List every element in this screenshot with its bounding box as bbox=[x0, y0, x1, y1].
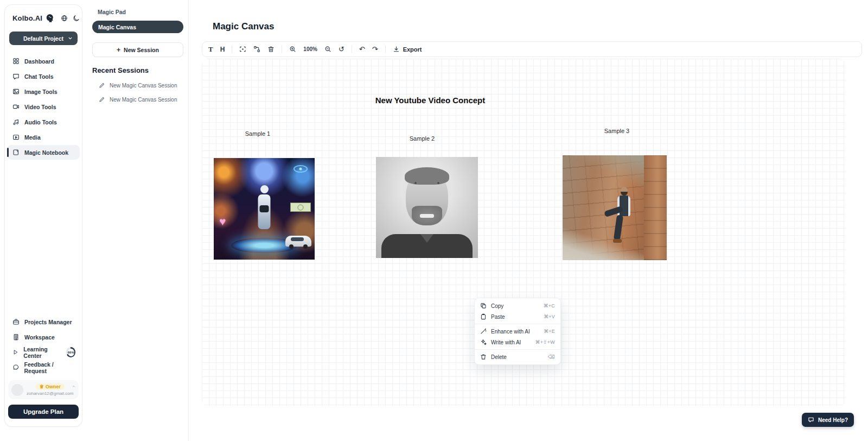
sample-3-label[interactable]: Sample 3 bbox=[604, 128, 629, 134]
toolbar-divider bbox=[232, 45, 232, 53]
new-session-button[interactable]: + New Session bbox=[92, 42, 183, 57]
sample-1-image-ai-robot-collage[interactable]: ♥ bbox=[214, 158, 315, 260]
language-globe-icon[interactable] bbox=[60, 14, 69, 23]
context-menu-item-copy[interactable]: Copy ⌘+C bbox=[475, 300, 560, 311]
sidebar-item-feedback-request[interactable]: Feedback / Request bbox=[7, 360, 80, 375]
music-note-icon bbox=[12, 118, 20, 125]
figure-shoe bbox=[613, 239, 622, 243]
robot-motif bbox=[258, 194, 271, 229]
sidebar-item-magic-notebook[interactable]: Magic Notebook bbox=[7, 145, 80, 160]
zoom-in-button[interactable] bbox=[289, 46, 296, 53]
text-tool-button[interactable]: T bbox=[208, 45, 213, 54]
portrait-shoulders bbox=[381, 234, 473, 258]
sidebar-item-media[interactable]: Media bbox=[7, 130, 80, 144]
context-menu-item-delete[interactable]: Delete ⌫ bbox=[475, 351, 560, 362]
sample-1-label[interactable]: Sample 1 bbox=[245, 130, 270, 137]
context-menu-label: Enhance with AI bbox=[491, 329, 530, 335]
dark-mode-moon-icon[interactable] bbox=[72, 14, 81, 23]
sidebar-item-video-tools[interactable]: Video Tools bbox=[7, 99, 80, 114]
canvas-toolbar: T H 100% ↺ ↶ ↷ bbox=[202, 41, 862, 57]
brand-logo: Kolbo.AI bbox=[12, 14, 42, 22]
user-meta: ♕ Owner zoharvan12@gmail.com bbox=[27, 383, 73, 396]
project-selector[interactable]: Default Project bbox=[9, 32, 78, 45]
heading-tool-button[interactable]: H bbox=[220, 46, 225, 53]
redo-icon: ↷ bbox=[372, 46, 378, 53]
context-menu-item-paste[interactable]: Paste ⌘+V bbox=[475, 311, 560, 322]
sidebar-item-label: Media bbox=[24, 134, 41, 141]
redo-button[interactable]: ↷ bbox=[372, 46, 378, 53]
context-menu-label: Write with AI bbox=[491, 339, 521, 345]
pencil-icon bbox=[99, 82, 105, 89]
magic-wand-icon bbox=[480, 328, 487, 335]
magic-canvas-item-label: Magic Canvas bbox=[98, 24, 136, 30]
context-menu-item-write-with-ai[interactable]: Write with AI ⌘+⇧+W bbox=[475, 337, 560, 348]
sample-3-image-man-on-ruins[interactable] bbox=[563, 155, 667, 260]
connector-tool-button[interactable] bbox=[253, 46, 260, 53]
context-menu-label: Paste bbox=[491, 314, 505, 320]
figure-torso bbox=[617, 196, 630, 216]
export-label: Export bbox=[403, 46, 422, 53]
zoom-in-icon bbox=[289, 46, 296, 53]
sample-2-label[interactable]: Sample 2 bbox=[410, 135, 435, 142]
context-menu-label: Copy bbox=[491, 303, 503, 309]
sidebar-item-label: Image Tools bbox=[24, 89, 57, 95]
sidebar-item-learning-center[interactable]: Learning Center 66% bbox=[7, 345, 80, 360]
copy-icon bbox=[480, 303, 487, 309]
reset-view-button[interactable]: ↺ bbox=[339, 46, 344, 53]
money-motif bbox=[290, 203, 311, 212]
sample-2-image-bw-portrait[interactable] bbox=[376, 157, 478, 258]
magic-canvas-item-active[interactable]: Magic Canvas bbox=[92, 21, 183, 33]
context-menu-divider bbox=[475, 349, 560, 350]
user-email: zoharvan12@gmail.com bbox=[27, 391, 73, 396]
sidebar-item-projects-manager[interactable]: Projects Manager bbox=[7, 314, 80, 329]
seated-man-figure bbox=[608, 187, 640, 247]
dashboard-icon bbox=[12, 58, 20, 65]
sidebar-item-image-tools[interactable]: Image Tools bbox=[7, 84, 80, 99]
zoom-out-icon bbox=[324, 46, 331, 53]
session-list-item[interactable]: New Magic Canvas Session bbox=[92, 96, 183, 103]
sidebar-item-audio-tools[interactable]: Audio Tools bbox=[7, 115, 80, 129]
stone-pillar bbox=[644, 155, 667, 260]
learning-progress-ring: 66% bbox=[66, 347, 75, 357]
play-icon bbox=[12, 349, 18, 356]
sidebar-item-label: Projects Manager bbox=[24, 319, 72, 325]
sidebar-item-label: Feedback / Request bbox=[24, 361, 75, 374]
upgrade-plan-button[interactable]: Upgrade Plan bbox=[8, 405, 79, 419]
media-frame-icon bbox=[12, 134, 20, 141]
select-area-icon bbox=[239, 46, 246, 53]
eye-motif bbox=[293, 165, 308, 173]
session-item-label: New Magic Canvas Session bbox=[110, 83, 177, 89]
sidebar-item-dashboard[interactable]: Dashboard bbox=[7, 54, 80, 68]
export-button[interactable]: Export bbox=[393, 46, 422, 53]
shortcut-hint: ⌘+E bbox=[544, 329, 555, 334]
magic-pad-item[interactable]: Magic Pad bbox=[92, 8, 183, 21]
brand-header: Kolbo.AI bbox=[5, 14, 82, 23]
context-menu-item-enhance-with-ai[interactable]: Enhance with AI ⌘+E bbox=[475, 326, 560, 337]
notebook-pencil-icon bbox=[12, 149, 20, 156]
portrait-smile bbox=[420, 214, 434, 218]
portrait-eyes bbox=[414, 182, 417, 184]
undo-button[interactable]: ↶ bbox=[359, 46, 365, 53]
sidebar-item-workspace[interactable]: Workspace bbox=[7, 330, 80, 344]
sparkles-icon bbox=[480, 339, 487, 345]
car-motif bbox=[285, 236, 311, 247]
canvas-title-text[interactable]: New Youtube Video Concept bbox=[375, 96, 486, 105]
shortcut-hint: ⌘+V bbox=[544, 314, 555, 319]
need-help-label: Need Help? bbox=[818, 417, 848, 423]
need-help-button[interactable]: Need Help? bbox=[802, 413, 854, 427]
undo-icon: ↶ bbox=[359, 46, 365, 53]
session-list-item[interactable]: New Magic Canvas Session bbox=[92, 82, 183, 89]
user-menu-chevron-icon bbox=[72, 385, 76, 389]
select-area-tool-button[interactable] bbox=[239, 46, 246, 53]
user-account-card[interactable]: ♕ Owner zoharvan12@gmail.com bbox=[8, 380, 79, 399]
sidebar-item-label: Dashboard bbox=[24, 58, 54, 65]
brand-head-icon bbox=[45, 14, 54, 23]
sidebar-item-chat-tools[interactable]: Chat Tools bbox=[7, 69, 80, 84]
sidebar-item-label: Chat Tools bbox=[24, 73, 53, 80]
image-icon bbox=[12, 88, 20, 95]
session-item-label: New Magic Canvas Session bbox=[110, 97, 177, 103]
delete-tool-button[interactable] bbox=[267, 46, 275, 53]
zoom-out-button[interactable] bbox=[324, 46, 331, 53]
avatar bbox=[11, 384, 23, 396]
connector-nodes-icon bbox=[253, 46, 260, 53]
